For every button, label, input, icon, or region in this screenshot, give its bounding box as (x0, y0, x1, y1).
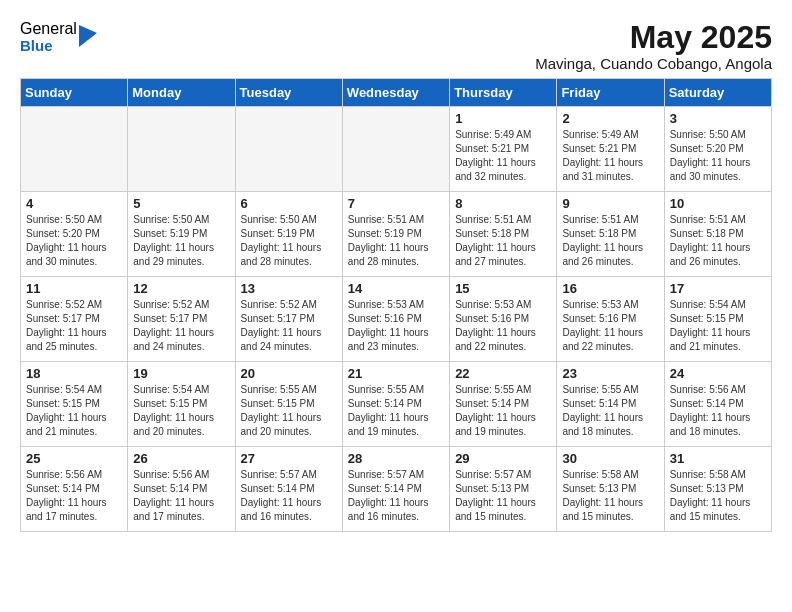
day-info: Sunrise: 5:55 AM Sunset: 5:15 PM Dayligh… (241, 383, 337, 439)
day-info: Sunrise: 5:54 AM Sunset: 5:15 PM Dayligh… (133, 383, 229, 439)
day-number: 13 (241, 281, 337, 296)
calendar-cell: 3Sunrise: 5:50 AM Sunset: 5:20 PM Daylig… (664, 107, 771, 192)
day-number: 24 (670, 366, 766, 381)
calendar-cell: 28Sunrise: 5:57 AM Sunset: 5:14 PM Dayli… (342, 447, 449, 532)
calendar-cell (21, 107, 128, 192)
day-number: 6 (241, 196, 337, 211)
day-number: 3 (670, 111, 766, 126)
calendar-cell: 25Sunrise: 5:56 AM Sunset: 5:14 PM Dayli… (21, 447, 128, 532)
day-info: Sunrise: 5:58 AM Sunset: 5:13 PM Dayligh… (670, 468, 766, 524)
header: General Blue May 2025 Mavinga, Cuando Co… (20, 20, 772, 72)
day-number: 8 (455, 196, 551, 211)
day-number: 16 (562, 281, 658, 296)
day-info: Sunrise: 5:55 AM Sunset: 5:14 PM Dayligh… (348, 383, 444, 439)
day-info: Sunrise: 5:50 AM Sunset: 5:20 PM Dayligh… (26, 213, 122, 269)
calendar-cell (128, 107, 235, 192)
calendar-cell: 31Sunrise: 5:58 AM Sunset: 5:13 PM Dayli… (664, 447, 771, 532)
day-number: 2 (562, 111, 658, 126)
day-number: 31 (670, 451, 766, 466)
calendar-cell: 12Sunrise: 5:52 AM Sunset: 5:17 PM Dayli… (128, 277, 235, 362)
day-number: 28 (348, 451, 444, 466)
day-number: 7 (348, 196, 444, 211)
day-number: 23 (562, 366, 658, 381)
day-number: 30 (562, 451, 658, 466)
calendar-cell: 2Sunrise: 5:49 AM Sunset: 5:21 PM Daylig… (557, 107, 664, 192)
week-row-4: 18Sunrise: 5:54 AM Sunset: 5:15 PM Dayli… (21, 362, 772, 447)
calendar-cell: 14Sunrise: 5:53 AM Sunset: 5:16 PM Dayli… (342, 277, 449, 362)
day-info: Sunrise: 5:56 AM Sunset: 5:14 PM Dayligh… (133, 468, 229, 524)
calendar-cell: 6Sunrise: 5:50 AM Sunset: 5:19 PM Daylig… (235, 192, 342, 277)
week-row-3: 11Sunrise: 5:52 AM Sunset: 5:17 PM Dayli… (21, 277, 772, 362)
day-info: Sunrise: 5:51 AM Sunset: 5:18 PM Dayligh… (455, 213, 551, 269)
day-number: 27 (241, 451, 337, 466)
calendar-cell: 1Sunrise: 5:49 AM Sunset: 5:21 PM Daylig… (450, 107, 557, 192)
day-info: Sunrise: 5:53 AM Sunset: 5:16 PM Dayligh… (562, 298, 658, 354)
calendar-cell: 26Sunrise: 5:56 AM Sunset: 5:14 PM Dayli… (128, 447, 235, 532)
day-info: Sunrise: 5:51 AM Sunset: 5:19 PM Dayligh… (348, 213, 444, 269)
calendar-cell (235, 107, 342, 192)
day-info: Sunrise: 5:51 AM Sunset: 5:18 PM Dayligh… (562, 213, 658, 269)
day-number: 15 (455, 281, 551, 296)
calendar-cell: 17Sunrise: 5:54 AM Sunset: 5:15 PM Dayli… (664, 277, 771, 362)
weekday-header-saturday: Saturday (664, 79, 771, 107)
weekday-header-friday: Friday (557, 79, 664, 107)
day-info: Sunrise: 5:56 AM Sunset: 5:14 PM Dayligh… (670, 383, 766, 439)
calendar-cell: 30Sunrise: 5:58 AM Sunset: 5:13 PM Dayli… (557, 447, 664, 532)
calendar-cell: 20Sunrise: 5:55 AM Sunset: 5:15 PM Dayli… (235, 362, 342, 447)
day-number: 26 (133, 451, 229, 466)
day-number: 20 (241, 366, 337, 381)
weekday-header-tuesday: Tuesday (235, 79, 342, 107)
day-info: Sunrise: 5:52 AM Sunset: 5:17 PM Dayligh… (26, 298, 122, 354)
calendar-cell: 29Sunrise: 5:57 AM Sunset: 5:13 PM Dayli… (450, 447, 557, 532)
calendar-cell: 4Sunrise: 5:50 AM Sunset: 5:20 PM Daylig… (21, 192, 128, 277)
week-row-5: 25Sunrise: 5:56 AM Sunset: 5:14 PM Dayli… (21, 447, 772, 532)
page: General Blue May 2025 Mavinga, Cuando Co… (0, 0, 792, 542)
day-number: 17 (670, 281, 766, 296)
weekday-header-wednesday: Wednesday (342, 79, 449, 107)
calendar-cell: 8Sunrise: 5:51 AM Sunset: 5:18 PM Daylig… (450, 192, 557, 277)
calendar-cell: 15Sunrise: 5:53 AM Sunset: 5:16 PM Dayli… (450, 277, 557, 362)
svg-marker-0 (79, 25, 97, 47)
title-block: May 2025 Mavinga, Cuando Cobango, Angola (535, 20, 772, 72)
day-info: Sunrise: 5:51 AM Sunset: 5:18 PM Dayligh… (670, 213, 766, 269)
week-row-2: 4Sunrise: 5:50 AM Sunset: 5:20 PM Daylig… (21, 192, 772, 277)
day-info: Sunrise: 5:56 AM Sunset: 5:14 PM Dayligh… (26, 468, 122, 524)
weekday-header-sunday: Sunday (21, 79, 128, 107)
day-number: 18 (26, 366, 122, 381)
day-number: 4 (26, 196, 122, 211)
day-number: 1 (455, 111, 551, 126)
day-number: 11 (26, 281, 122, 296)
day-info: Sunrise: 5:52 AM Sunset: 5:17 PM Dayligh… (133, 298, 229, 354)
calendar-cell: 21Sunrise: 5:55 AM Sunset: 5:14 PM Dayli… (342, 362, 449, 447)
day-info: Sunrise: 5:54 AM Sunset: 5:15 PM Dayligh… (670, 298, 766, 354)
day-info: Sunrise: 5:52 AM Sunset: 5:17 PM Dayligh… (241, 298, 337, 354)
day-info: Sunrise: 5:49 AM Sunset: 5:21 PM Dayligh… (562, 128, 658, 184)
weekday-header-monday: Monday (128, 79, 235, 107)
calendar-cell: 7Sunrise: 5:51 AM Sunset: 5:19 PM Daylig… (342, 192, 449, 277)
calendar-cell: 24Sunrise: 5:56 AM Sunset: 5:14 PM Dayli… (664, 362, 771, 447)
day-info: Sunrise: 5:50 AM Sunset: 5:19 PM Dayligh… (241, 213, 337, 269)
day-number: 22 (455, 366, 551, 381)
day-number: 19 (133, 366, 229, 381)
logo-blue: Blue (20, 38, 77, 55)
day-number: 10 (670, 196, 766, 211)
day-info: Sunrise: 5:58 AM Sunset: 5:13 PM Dayligh… (562, 468, 658, 524)
day-info: Sunrise: 5:57 AM Sunset: 5:14 PM Dayligh… (348, 468, 444, 524)
day-info: Sunrise: 5:49 AM Sunset: 5:21 PM Dayligh… (455, 128, 551, 184)
day-info: Sunrise: 5:54 AM Sunset: 5:15 PM Dayligh… (26, 383, 122, 439)
day-info: Sunrise: 5:50 AM Sunset: 5:19 PM Dayligh… (133, 213, 229, 269)
day-info: Sunrise: 5:55 AM Sunset: 5:14 PM Dayligh… (455, 383, 551, 439)
day-number: 14 (348, 281, 444, 296)
day-number: 5 (133, 196, 229, 211)
calendar-cell: 13Sunrise: 5:52 AM Sunset: 5:17 PM Dayli… (235, 277, 342, 362)
week-row-1: 1Sunrise: 5:49 AM Sunset: 5:21 PM Daylig… (21, 107, 772, 192)
calendar-cell: 23Sunrise: 5:55 AM Sunset: 5:14 PM Dayli… (557, 362, 664, 447)
day-number: 9 (562, 196, 658, 211)
day-number: 21 (348, 366, 444, 381)
calendar-cell: 11Sunrise: 5:52 AM Sunset: 5:17 PM Dayli… (21, 277, 128, 362)
calendar-cell: 22Sunrise: 5:55 AM Sunset: 5:14 PM Dayli… (450, 362, 557, 447)
calendar-cell: 27Sunrise: 5:57 AM Sunset: 5:14 PM Dayli… (235, 447, 342, 532)
day-info: Sunrise: 5:53 AM Sunset: 5:16 PM Dayligh… (348, 298, 444, 354)
day-info: Sunrise: 5:55 AM Sunset: 5:14 PM Dayligh… (562, 383, 658, 439)
location-title: Mavinga, Cuando Cobango, Angola (535, 55, 772, 72)
